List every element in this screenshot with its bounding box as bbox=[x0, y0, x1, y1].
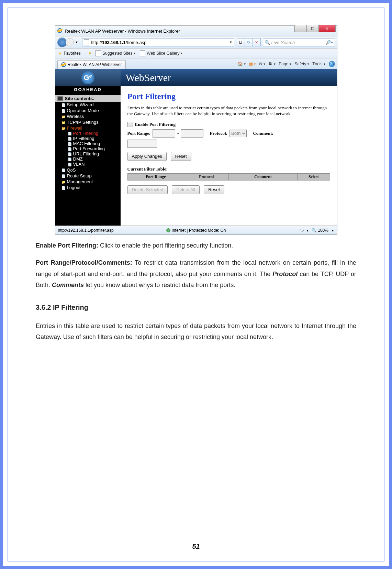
apply-button[interactable]: Apply Changes bbox=[127, 152, 167, 161]
range-heading: Port Range/Protocol/Comments: bbox=[36, 259, 135, 266]
protocol-select[interactable]: Both bbox=[229, 130, 247, 137]
th-protocol: Protocol bbox=[184, 173, 229, 180]
nav-bar: ▼ http://192.168.1.1/home.asp ▼ 🗋 ↻ ✕ 🔍 … bbox=[55, 36, 337, 48]
favorites-label[interactable]: Favorites bbox=[64, 51, 81, 56]
filter-table: Port Range Protocol Comment Select bbox=[127, 173, 330, 180]
stop-button[interactable]: ✕ bbox=[253, 38, 261, 46]
favorites-bar: ★ Favorites | ✦ Suggested Sites ▼ Web Sl… bbox=[55, 48, 337, 58]
refresh-button[interactable]: ↻ bbox=[245, 38, 253, 46]
delete-selected-button[interactable]: Delete Selected bbox=[127, 185, 168, 194]
close-button[interactable]: ✕ bbox=[318, 25, 336, 32]
globe-icon bbox=[166, 228, 170, 232]
address-bar[interactable]: http://192.168.1.1/home.asp ▼ bbox=[82, 38, 234, 46]
sidebar-item-portfwd[interactable]: Port Forwarding bbox=[68, 146, 121, 151]
zoom-control[interactable]: 🔍 100% ▼ bbox=[312, 228, 334, 233]
home-icon[interactable]: 🏠▼ bbox=[238, 62, 246, 66]
tools-menu[interactable]: Tools▼ bbox=[312, 62, 326, 66]
favorites-star-icon[interactable]: ★ bbox=[58, 51, 62, 56]
add-favorite-icon[interactable]: ✦ bbox=[88, 51, 91, 56]
ie-icon bbox=[57, 28, 63, 34]
history-dropdown-icon[interactable]: ▼ bbox=[75, 41, 78, 44]
sidebar-item-dmz[interactable]: DMZ bbox=[68, 156, 121, 162]
th-port-range: Port Range bbox=[127, 173, 184, 180]
sidebar-item-opmode[interactable]: Operation Mode bbox=[61, 108, 121, 113]
window-title: Realtek WLAN AP Webserver - Windows Inte… bbox=[65, 29, 180, 34]
minimize-button[interactable]: — bbox=[294, 25, 307, 32]
banner: WebServer bbox=[121, 69, 337, 86]
forward-button[interactable] bbox=[66, 38, 74, 46]
delete-all-button[interactable]: Delete All bbox=[172, 185, 200, 194]
sidebar-item-qos[interactable]: QoS bbox=[61, 167, 121, 173]
section-heading: 3.6.2 IP Filtering bbox=[36, 301, 356, 314]
refresh-compat-icon[interactable]: 🗋 bbox=[237, 38, 245, 46]
reset-table-button[interactable]: Reset bbox=[204, 185, 224, 194]
sidebar-item-route[interactable]: Route Setup bbox=[61, 173, 121, 179]
table-title: Current Filter Table: bbox=[127, 166, 330, 172]
window-titlebar: Realtek WLAN AP Webserver - Windows Inte… bbox=[55, 26, 337, 36]
page-title: Port Filtering bbox=[127, 92, 330, 101]
section-text: Entries in this table are used to restri… bbox=[36, 320, 356, 343]
status-url: http://192.168.1.1/portfilter.asp bbox=[58, 228, 114, 233]
web-slice-link[interactable]: Web Slice Gallery ▼ bbox=[140, 50, 183, 56]
sidebar-item-logout[interactable]: Logout bbox=[61, 185, 121, 190]
port-range-label: Port Range: bbox=[127, 131, 151, 136]
sidebar-item-wireless[interactable]: Wireless bbox=[61, 113, 121, 119]
status-bar: http://192.168.1.1/portfilter.asp Intern… bbox=[55, 226, 337, 234]
th-comment: Comment bbox=[228, 173, 297, 180]
sidebar-item-mgmt[interactable]: Management bbox=[61, 179, 121, 185]
sidebar-item-vlan[interactable]: VLAN bbox=[68, 162, 121, 167]
feeds-icon[interactable]: ▦▼ bbox=[249, 62, 256, 66]
monitor-icon bbox=[57, 96, 63, 101]
status-mode: Internet | Protected Mode: On bbox=[172, 228, 226, 233]
suggested-sites-link[interactable]: Suggested Sites ▼ bbox=[96, 50, 136, 56]
screenshot: Realtek WLAN AP Webserver - Windows Inte… bbox=[55, 25, 337, 235]
sidebar-item-firewall[interactable]: Firewall Port Filtering IP Filtering MAC… bbox=[61, 125, 121, 167]
comment-label: Comment: bbox=[253, 131, 273, 136]
search-icon: 🔍 bbox=[265, 40, 270, 45]
reset-button[interactable]: Reset bbox=[171, 152, 191, 161]
sidebar-item-setup[interactable]: Setup Wizard bbox=[61, 102, 121, 108]
th-select: Select bbox=[298, 173, 330, 180]
maximize-button[interactable]: ☐ bbox=[306, 25, 319, 32]
port-start-input[interactable] bbox=[153, 129, 175, 138]
safety-menu[interactable]: Safety▼ bbox=[294, 62, 310, 66]
main-panel: WebServer Port Filtering Entries in this… bbox=[121, 69, 337, 226]
browser-tab[interactable]: Realtek WLAN AP Webserver bbox=[57, 60, 126, 69]
help-icon[interactable]: ?▾ bbox=[329, 61, 335, 67]
sidebar-item-ipfilter[interactable]: IP Filtering bbox=[68, 136, 121, 141]
mail-icon[interactable]: ✉▼ bbox=[259, 62, 266, 66]
port-end-input[interactable] bbox=[181, 129, 203, 138]
protocol-label: Protocol: bbox=[210, 131, 227, 136]
search-box[interactable]: 🔍 Live Search 🔎▾ bbox=[263, 38, 335, 46]
page-menu[interactable]: Page▼ bbox=[279, 62, 292, 66]
sidebar-item-macfilter[interactable]: MAC Filtering bbox=[68, 141, 121, 146]
enable-checkbox[interactable] bbox=[127, 122, 133, 127]
enable-heading: Enable Port Filtering: bbox=[36, 242, 100, 249]
sidebar-item-portfilter[interactable]: Port Filtering bbox=[68, 131, 121, 136]
brand-label: GOAHEAD bbox=[55, 86, 121, 95]
enable-label: Enable Port Filtering bbox=[135, 122, 176, 127]
sidebar-header: Site contents: bbox=[55, 95, 121, 102]
sidebar-item-tcpip[interactable]: TCP/IP Settings bbox=[61, 119, 121, 125]
sidebar-item-urlfilter[interactable]: URL Filtering bbox=[68, 151, 121, 156]
ie-icon bbox=[61, 62, 66, 67]
doc-body: Enable Port Filtering: Click to enable t… bbox=[36, 240, 356, 342]
logo: G↺ bbox=[55, 69, 121, 86]
page-icon bbox=[84, 39, 89, 45]
sidebar: G↺ GOAHEAD Site contents: Setup Wizard O… bbox=[55, 69, 121, 226]
page-description: Entries in this table are used to restri… bbox=[127, 105, 330, 117]
comment-input[interactable] bbox=[127, 140, 157, 148]
print-icon[interactable]: 🖶▼ bbox=[268, 62, 276, 66]
page-number: 51 bbox=[8, 543, 384, 550]
search-go-icon[interactable]: 🔎▾ bbox=[325, 40, 333, 45]
tab-bar: Realtek WLAN AP Webserver 🏠▼ ▦▼ ✉▼ 🖶▼ Pa… bbox=[55, 58, 337, 69]
protected-mode-icon[interactable]: 🛡 ▼ bbox=[300, 228, 309, 233]
